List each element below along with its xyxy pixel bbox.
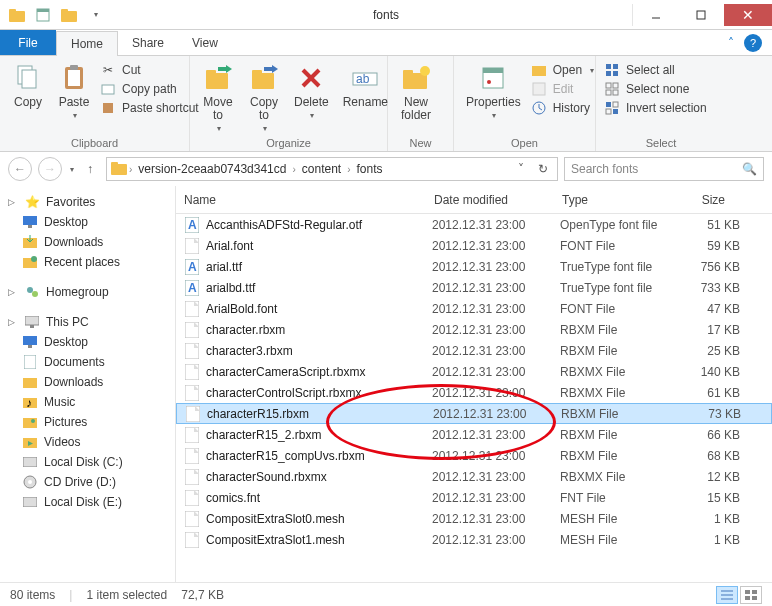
sidebar-item[interactable]: Local Disk (E:): [0, 492, 175, 512]
thumbnails-view-button[interactable]: [740, 586, 762, 604]
file-row[interactable]: characterR15_compUvs.rbxm2012.12.31 23:0…: [176, 445, 772, 466]
file-row[interactable]: characterCameraScript.rbxmx2012.12.31 23…: [176, 361, 772, 382]
share-tab[interactable]: Share: [118, 30, 178, 55]
svg-text:A: A: [188, 260, 197, 274]
file-row[interactable]: AAccanthisADFStd-Regular.otf2012.12.31 2…: [176, 214, 772, 235]
file-size: 15 KB: [680, 491, 740, 505]
refresh-button[interactable]: ↻: [533, 159, 553, 179]
copy-path-button[interactable]: Copy path: [100, 81, 199, 97]
sidebar-item-downloads[interactable]: Downloads: [0, 232, 175, 252]
history-button[interactable]: History: [531, 100, 594, 116]
sidebar-item[interactable]: Documents: [0, 352, 175, 372]
cut-button[interactable]: ✂Cut: [100, 62, 199, 78]
file-row[interactable]: comics.fnt2012.12.31 23:00FNT File15 KB: [176, 487, 772, 508]
home-tab[interactable]: Home: [56, 31, 118, 56]
forward-button[interactable]: →: [38, 157, 62, 181]
edit-button[interactable]: Edit: [531, 81, 594, 97]
sidebar-item[interactable]: Downloads: [0, 372, 175, 392]
drive-icon: [22, 454, 38, 470]
file-row[interactable]: character3.rbxm2012.12.31 23:00RBXM File…: [176, 340, 772, 361]
svg-rect-65: [23, 457, 37, 467]
sidebar-item[interactable]: Pictures: [0, 412, 175, 432]
ribbon-expand-icon[interactable]: ˄: [728, 36, 734, 50]
open-button[interactable]: Open▾: [531, 62, 594, 78]
sidebar-item-desktop[interactable]: Desktop: [0, 212, 175, 232]
svg-rect-55: [23, 336, 37, 345]
breadcrumb-item[interactable]: fonts: [353, 162, 387, 176]
file-row[interactable]: characterR15_2.rbxm2012.12.31 23:00RBXM …: [176, 424, 772, 445]
file-icon: [184, 301, 200, 317]
sidebar-item[interactable]: CD Drive (D:): [0, 472, 175, 492]
svg-rect-42: [606, 109, 611, 114]
svg-rect-16: [206, 70, 216, 75]
help-button[interactable]: ?: [744, 34, 762, 52]
file-date: 2012.12.31 23:00: [432, 470, 560, 484]
properties-button[interactable]: Properties▾: [462, 60, 525, 122]
column-date[interactable]: Date modified: [426, 193, 554, 207]
svg-rect-53: [25, 316, 39, 325]
select-none-button[interactable]: Select none: [604, 81, 707, 97]
file-row[interactable]: Aarial.ttf2012.12.31 23:00TrueType font …: [176, 256, 772, 277]
svg-rect-39: [613, 90, 618, 95]
sidebar-item[interactable]: ♪Music: [0, 392, 175, 412]
homegroup-group[interactable]: ▷Homegroup: [0, 282, 175, 302]
sidebar-item-recent[interactable]: Recent places: [0, 252, 175, 272]
delete-button[interactable]: Delete▾: [290, 60, 333, 122]
delete-icon: [295, 62, 327, 94]
group-label: New: [396, 135, 445, 149]
address-dropdown-icon[interactable]: ˅: [511, 159, 531, 179]
details-view-button[interactable]: [716, 586, 738, 604]
svg-rect-11: [68, 70, 80, 86]
file-row[interactable]: characterSound.rbxmx2012.12.31 23:00RBXM…: [176, 466, 772, 487]
file-row[interactable]: CompositExtraSlot1.mesh2012.12.31 23:00M…: [176, 529, 772, 550]
file-name: characterR15.rbxm: [207, 407, 433, 421]
file-row[interactable]: Arial.font2012.12.31 23:00FONT File59 KB: [176, 235, 772, 256]
drive-icon: [22, 334, 38, 350]
new-folder-button[interactable]: New folder: [396, 60, 436, 124]
paste-shortcut-button[interactable]: Paste shortcut: [100, 100, 199, 116]
sidebar-item[interactable]: Local Disk (C:): [0, 452, 175, 472]
select-none-icon: [604, 81, 620, 97]
copy-to-button[interactable]: Copy to▾: [244, 60, 284, 135]
search-input[interactable]: Search fonts 🔍: [564, 157, 764, 181]
back-button[interactable]: ←: [8, 157, 32, 181]
history-dropdown-icon[interactable]: ▾: [70, 165, 74, 174]
svg-rect-37: [613, 83, 618, 88]
column-type[interactable]: Type: [554, 193, 674, 207]
file-date: 2012.12.31 23:00: [432, 344, 560, 358]
address-bar[interactable]: › version-2ceaab0743d341cd› content› fon…: [106, 157, 558, 181]
file-row[interactable]: character.rbxm2012.12.31 23:00RBXM File1…: [176, 319, 772, 340]
svg-rect-106: [745, 596, 750, 600]
invert-selection-button[interactable]: Invert selection: [604, 100, 707, 116]
file-tab[interactable]: File: [0, 30, 56, 55]
file-icon: [184, 322, 200, 338]
file-row[interactable]: characterControlScript.rbxmx2012.12.31 2…: [176, 382, 772, 403]
sidebar-item[interactable]: Videos: [0, 432, 175, 452]
file-name: ArialBold.font: [206, 302, 432, 316]
breadcrumb-item[interactable]: version-2ceaab0743d341cd: [134, 162, 290, 176]
up-button[interactable]: ↑: [80, 159, 100, 179]
file-row[interactable]: ArialBold.font2012.12.31 23:00FONT File4…: [176, 298, 772, 319]
scissors-icon: ✂: [100, 62, 116, 78]
file-date: 2012.12.31 23:00: [432, 260, 560, 274]
select-all-button[interactable]: Select all: [604, 62, 707, 78]
column-name[interactable]: Name: [176, 193, 426, 207]
file-type: FONT File: [560, 239, 680, 253]
breadcrumb-item[interactable]: content: [298, 162, 345, 176]
copy-button[interactable]: Copy: [8, 60, 48, 111]
navigation-pane: ▷⭐Favorites Desktop Downloads Recent pla…: [0, 186, 176, 582]
file-row[interactable]: Aarialbd.ttf2012.12.31 23:00TrueType fon…: [176, 277, 772, 298]
thispc-group[interactable]: ▷This PC: [0, 312, 175, 332]
move-to-button[interactable]: Move to▾: [198, 60, 238, 135]
rename-button[interactable]: abRename: [339, 60, 392, 111]
file-row[interactable]: CompositExtraSlot0.mesh2012.12.31 23:00M…: [176, 508, 772, 529]
sidebar-item[interactable]: Desktop: [0, 332, 175, 352]
favorites-group[interactable]: ▷⭐Favorites: [0, 192, 175, 212]
svg-rect-14: [103, 103, 113, 113]
file-row[interactable]: characterR15.rbxm2012.12.31 23:00RBXM Fi…: [176, 403, 772, 424]
svg-rect-47: [28, 225, 32, 228]
view-tab[interactable]: View: [178, 30, 232, 55]
paste-button[interactable]: Paste ▾: [54, 60, 94, 122]
file-size: 733 KB: [680, 281, 740, 295]
column-size[interactable]: Size: [674, 193, 734, 207]
